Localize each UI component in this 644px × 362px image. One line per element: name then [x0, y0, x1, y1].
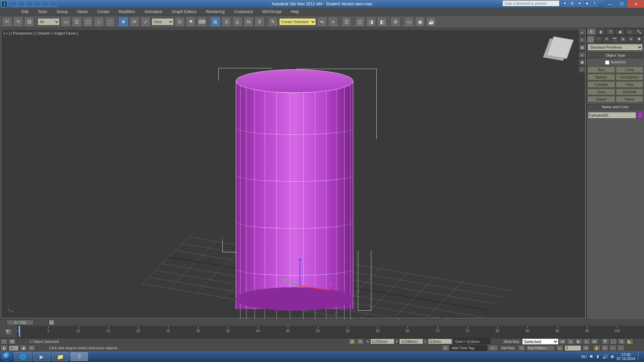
signin-icon[interactable]: ⯐ [569, 0, 576, 6]
autogrid-checkbox[interactable] [605, 60, 609, 65]
infocenter-icon[interactable]: ✶ [561, 0, 568, 6]
key-big-icon[interactable]: 🗝 [488, 345, 498, 351]
tray-network-icon[interactable]: ❄ [610, 354, 614, 359]
taskbar-3dsmax-icon[interactable]: 3 [70, 352, 88, 361]
lock-selection-icon[interactable]: 🔒 [348, 339, 356, 345]
undo-icon[interactable]: ↶ [2, 17, 12, 27]
time-config-key-icon[interactable]: ⏯ [556, 345, 564, 351]
timeline-config-icon[interactable]: ⊞ [0, 326, 17, 338]
render-iter-icon[interactable]: ☕ [426, 17, 436, 27]
window-maximize-button[interactable]: ❐ [616, 0, 627, 8]
fence-select-icon[interactable]: ⬚ [105, 17, 115, 27]
key-filters-waveform-icon[interactable]: ∿ [518, 345, 525, 351]
align-icon[interactable]: ≡ [328, 17, 338, 27]
nav-people-icon[interactable]: ⛭ [579, 37, 585, 43]
exchange-icon[interactable]: ✕ [576, 0, 583, 6]
zoom-all-icon[interactable]: ⛶ [610, 339, 617, 345]
tray-clock[interactable]: 17:02 07.10.2014 [617, 353, 635, 361]
taskbar-wmp-icon[interactable]: ▶ [33, 352, 50, 361]
percent-snap-icon[interactable]: % [244, 17, 254, 27]
help-icon[interactable]: ? [591, 0, 598, 6]
time-config-icon[interactable]: ⚙ [582, 345, 590, 351]
qat-redo-icon[interactable] [42, 1, 49, 7]
primitive-geosphere-button[interactable]: GeoSphere [616, 74, 644, 80]
help-search-input[interactable] [502, 0, 559, 6]
modify-tab-icon[interactable]: ◐ [596, 28, 606, 35]
goto-end-icon[interactable]: ⏭ [591, 339, 598, 345]
geometry-subtab-icon[interactable]: ◯ [587, 36, 595, 43]
menu-group[interactable]: Group [52, 9, 72, 14]
qat-open-icon[interactable] [17, 1, 25, 7]
menu-tools[interactable]: Tools [33, 9, 52, 14]
time-slider[interactable]: 0 / 100 > [0, 319, 644, 326]
redo-icon[interactable]: ↷ [13, 17, 23, 27]
utilities-tab-icon[interactable]: 🔧 [635, 28, 644, 35]
zoom-ext-icon[interactable]: ⊡ [618, 339, 625, 345]
script-mini-icon[interactable]: > [0, 339, 8, 345]
menu-views[interactable]: Views [72, 9, 93, 14]
y-coord-field[interactable]: -0,696mm [399, 339, 423, 344]
timeline-ruler[interactable]: ⊞ 05101520253035404550556065707580859095… [0, 326, 644, 338]
angle-snap-icon[interactable]: ∠ [232, 17, 243, 27]
lights-subtab-icon[interactable]: ☀ [603, 36, 611, 43]
macro-rec-icon[interactable]: ▣ [20, 345, 27, 351]
play-icon[interactable]: ▶ [575, 339, 582, 345]
menu-grapheditors[interactable]: Graph Editors [167, 9, 201, 14]
abs-rel-icon[interactable]: ⊕ [357, 339, 364, 345]
manip-icon[interactable]: ⚑ [186, 17, 196, 27]
pivot-icon[interactable]: ⊙ [175, 17, 185, 27]
language-indicator[interactable]: RU [581, 355, 587, 359]
primitive-sphere-button[interactable]: Sphere [587, 74, 615, 80]
time-tag-icon[interactable]: ◷ [442, 345, 449, 351]
keymode-dropdown[interactable]: Selected [522, 339, 558, 345]
rect-select-icon[interactable]: ▢ [83, 17, 93, 27]
selection-filter-dropdown[interactable]: All [38, 18, 60, 25]
maxscript-label[interactable]: V... [9, 345, 19, 351]
zoom-icon[interactable]: 🔍 [602, 339, 609, 345]
primitive-teapot-button[interactable]: Teapot [587, 96, 615, 103]
create-tab-icon[interactable]: ✲ [587, 28, 596, 35]
pan-icon[interactable]: ✋ [593, 345, 600, 351]
gizmo-y-axis[interactable] [284, 280, 300, 286]
macro-close-icon[interactable]: ✕ [28, 345, 35, 351]
key-filters-button[interactable]: Key Filters... [526, 345, 555, 351]
rotate-tool-icon[interactable]: ⟳ [129, 17, 140, 27]
render-prod-icon[interactable]: ▣ [415, 17, 425, 27]
primitive-torus-button[interactable]: Torus [587, 88, 615, 95]
mirror-icon[interactable]: ⇋ [317, 17, 327, 27]
walk-icon[interactable]: 🚶 [609, 345, 616, 351]
nav-light-icon[interactable]: ☀ [579, 29, 585, 36]
material-editor-icon[interactable]: ◧ [377, 17, 387, 27]
nav-cam-icon[interactable]: ▣ [579, 59, 585, 65]
primitive-tube-button[interactable]: Tube [616, 81, 644, 88]
edit-named-sel-icon[interactable]: ✎ [268, 17, 278, 27]
viewcube[interactable] [545, 33, 575, 63]
prev-frame-icon[interactable]: ◂ [567, 339, 574, 345]
menu-edit[interactable]: Edit [17, 9, 33, 14]
menu-create[interactable]: Create [93, 9, 114, 14]
nav-box-icon[interactable]: ▦ [579, 44, 585, 51]
primitive-cone-button[interactable]: Cone [616, 66, 644, 73]
display-tab-icon[interactable]: ▭ [625, 28, 635, 35]
named-selection-dropdown[interactable]: Create Selection Se [279, 18, 316, 25]
max-viewport-icon[interactable]: ⛶ [617, 345, 625, 351]
menu-animation[interactable]: Animation [140, 9, 167, 14]
favorites-icon[interactable]: ★ [584, 0, 590, 6]
move-tool-icon[interactable]: ✥ [118, 17, 128, 27]
current-frame-field[interactable]: 0 [565, 345, 581, 351]
perspective-viewport[interactable]: [ + ] [ Perspective ] [ Shaded + Edged F… [1, 29, 586, 318]
script-listener-icon[interactable]: ▤ [8, 339, 16, 345]
window-close-button[interactable]: ✕ [627, 0, 644, 8]
taskbar-explorer-icon[interactable]: 📁 [52, 352, 69, 361]
menu-help[interactable]: Help [286, 9, 304, 14]
app-icon[interactable]: 3 [1, 1, 7, 7]
shapes-subtab-icon[interactable]: ◠ [595, 36, 603, 43]
show-desktop-button[interactable] [638, 352, 641, 361]
link-icon[interactable]: ⛓ [24, 17, 34, 27]
frame-counter[interactable]: 0 / 100 [7, 320, 34, 325]
qat-new-icon[interactable] [9, 1, 17, 7]
set-key-button[interactable]: Set Key [499, 345, 517, 351]
render-frame-icon[interactable]: ▭ [404, 17, 414, 27]
select-by-name-icon[interactable]: ☰ [72, 17, 82, 27]
menu-rendering[interactable]: Rendering [201, 9, 229, 14]
